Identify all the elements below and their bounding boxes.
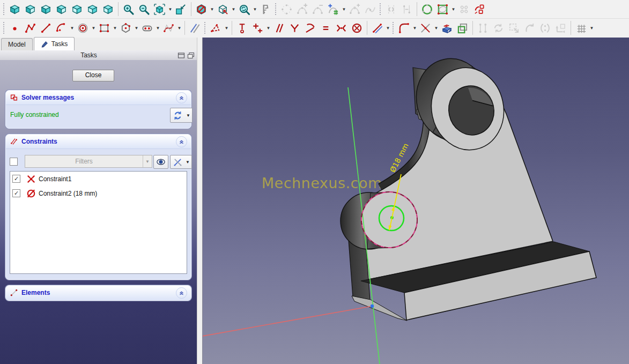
dock-restore-button[interactable] [187,52,195,59]
view-axonometric-icon[interactable] [7,1,23,18]
select-redundant-constraints-icon[interactable] [491,20,506,36]
constrain-distance-icon[interactable] [369,20,385,36]
solver-messages-header[interactable]: Solver messages [6,91,191,105]
create-rectangle-dropdown-arrow[interactable]: ▼ [112,20,118,36]
constraint-visibility-checkbox[interactable]: ✓ [12,189,20,197]
collapse-chevron-icon[interactable] [176,287,187,299]
select-conflicting-constraints-icon[interactable] [506,20,522,36]
constraint-settings-dropdown[interactable]: ▼ [184,155,192,169]
filters-combobox[interactable]: Filters ▼ [25,155,152,168]
view-sketch-normal-dropdown-arrow[interactable]: ▼ [231,2,236,17]
bspline-join-icon[interactable] [362,1,378,18]
zoom-fit-all-icon[interactable] [152,1,167,18]
symmetry-line-icon[interactable] [399,1,415,18]
refresh-dropdown-button[interactable]: ▼ [184,108,193,123]
constrain-perpendicular-icon[interactable] [287,20,302,36]
create-rectangle-icon[interactable] [97,20,112,36]
create-circle-icon[interactable] [75,20,91,36]
constrain-tangent-icon[interactable] [302,20,318,36]
create-polygon-dropdown-arrow[interactable]: ▼ [134,20,139,36]
constrain-lock-dropdown-arrow[interactable]: ▼ [265,20,271,36]
tab-tasks[interactable]: Tasks [34,37,75,50]
constrain-parallel-icon[interactable] [271,20,287,36]
bspline-degree-decrease-icon[interactable] [310,1,325,18]
trim-edge-dropdown-arrow[interactable]: ▼ [433,20,439,36]
constrain-equal-icon[interactable] [318,20,334,36]
construction-mode-icon[interactable] [208,20,224,36]
elements-header[interactable]: Elements [6,286,191,300]
clipping-plane-icon[interactable] [194,1,209,18]
constraint-settings-button[interactable] [170,155,185,169]
bspline-knot-multiplicity-dropdown-arrow[interactable]: ▼ [341,2,347,17]
toggle-grid-dropdown-arrow[interactable]: ▼ [589,20,595,36]
constrain-distance-dropdown-arrow[interactable]: ▼ [385,20,391,36]
view-front-icon[interactable] [23,1,38,18]
zoom-selection-icon[interactable] [173,1,189,18]
constrain-symmetric-icon[interactable] [334,20,349,36]
view-rear-icon[interactable] [69,1,85,18]
create-slot-dropdown-arrow[interactable]: ▼ [155,20,161,36]
fillet-icon[interactable] [396,20,412,36]
create-polyline-icon[interactable] [23,20,38,36]
constraint-visibility-checkbox[interactable]: ✓ [12,175,20,183]
create-line-icon[interactable] [38,20,54,36]
measure-distance-icon[interactable] [258,1,273,18]
bspline-degree-increase-icon[interactable] [294,1,310,18]
bspline-control-polygon-icon[interactable] [435,1,450,18]
bspline-insert-knot-icon[interactable] [347,1,362,18]
create-point-icon[interactable] [7,20,23,36]
zoom-sync-icon[interactable] [236,1,252,18]
construction-mode-dropdown-arrow[interactable]: ▼ [224,20,230,36]
show-internal-geometry-icon[interactable] [537,20,553,36]
clone-offset-icon[interactable] [456,1,472,18]
external-geometry-icon[interactable] [439,20,455,36]
constraint-list-item[interactable]: ✓Constraint2 (18 mm) [10,186,187,200]
view-left-icon[interactable] [100,1,116,18]
zoom-in-icon[interactable] [121,1,136,18]
collapse-chevron-icon[interactable] [176,136,187,147]
bspline-comb-icon[interactable] [279,1,294,18]
toggle-grid-icon[interactable] [573,20,589,36]
constraint-list-item[interactable]: ✓Constraint1 [10,172,187,186]
view-bottom-icon[interactable] [85,1,100,18]
close-button[interactable]: Close [72,70,114,81]
constrain-block-icon[interactable] [349,20,365,36]
3d-viewport[interactable]: Mechnexus.com [202,38,629,364]
select-associated-constraints-icon[interactable] [522,20,537,36]
zoom-out-icon[interactable] [136,1,152,18]
trim-edge-icon[interactable] [418,20,433,36]
refresh-button[interactable] [170,108,186,123]
tab-model[interactable]: Model [1,38,33,50]
constrain-lock-icon[interactable] [250,20,265,36]
bspline-periodic-icon[interactable] [419,1,435,18]
filter-checkbox[interactable] [10,158,18,166]
origin-point[interactable] [371,304,374,308]
show-hide-constraints-button[interactable] [153,155,168,169]
bspline-knot-multiplicity-icon[interactable] [325,1,341,18]
mirror-elements-icon[interactable] [383,1,399,18]
create-arc-dropdown-arrow[interactable]: ▼ [69,20,75,36]
dock-float-button[interactable] [177,52,185,59]
constrain-vertical-distance-icon[interactable] [234,20,250,36]
select-constrained-elements-icon[interactable] [475,20,491,36]
switch-virtual-space-icon[interactable] [553,20,568,36]
split-edge-icon[interactable] [187,20,203,36]
view-sketch-normal-icon[interactable] [215,1,231,18]
bspline-control-polygon-dropdown-arrow[interactable]: ▼ [450,2,456,17]
view-top-icon[interactable] [38,1,54,18]
constraints-list[interactable]: ✓Constraint1✓Constraint2 (18 mm) [10,171,187,274]
create-slot-icon[interactable] [139,20,155,36]
create-arc-icon[interactable] [54,20,69,36]
create-polygon-icon[interactable] [118,20,134,36]
collapse-chevron-icon[interactable] [176,92,187,103]
carbon-copy-icon[interactable] [455,20,470,36]
clipping-plane-dropdown-arrow[interactable]: ▼ [209,2,215,17]
create-bspline-dropdown-arrow[interactable]: ▼ [176,20,182,36]
create-bspline-icon[interactable] [161,20,176,36]
fillet-dropdown-arrow[interactable]: ▼ [412,20,418,36]
view-right-icon[interactable] [54,1,69,18]
zoom-sync-dropdown-arrow[interactable]: ▼ [252,2,258,17]
activate-constraint-icon[interactable] [472,1,487,18]
constraints-header[interactable]: Constraints [6,135,191,149]
zoom-fit-all-dropdown-arrow[interactable]: ▼ [167,2,173,17]
